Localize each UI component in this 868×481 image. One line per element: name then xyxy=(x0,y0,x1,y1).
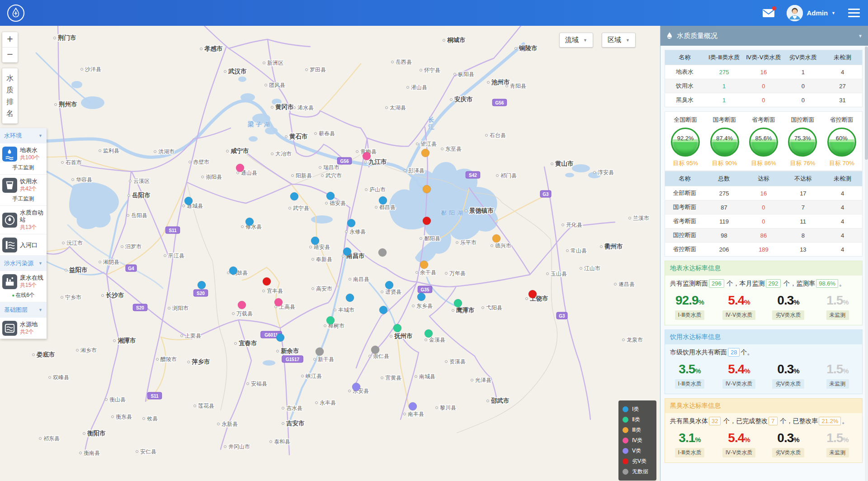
scrollbar-thumb[interactable] xyxy=(865,47,868,160)
station-dot[interactable] xyxy=(245,218,254,226)
station-dot[interactable] xyxy=(421,149,429,157)
city-marker xyxy=(349,278,351,281)
station-dot[interactable] xyxy=(238,301,246,309)
city-label: 长沙市 xyxy=(105,292,124,299)
station-dot[interactable] xyxy=(423,185,431,193)
city-marker xyxy=(237,172,239,174)
station-dot[interactable] xyxy=(198,281,206,289)
map-canvas[interactable]: 荆门市沙洋县荆州市监利县洪湖市石首市华容县云溪区岳阳市岳阳县汨罗市平江县湘阴县沅… xyxy=(0,26,660,481)
table-cell: 地表水 xyxy=(665,65,704,79)
city-label: 湘阴县 xyxy=(103,259,119,265)
city-marker xyxy=(113,340,116,342)
user-menu[interactable]: Admin ▼ xyxy=(787,5,835,21)
table-cell: 全部断面 xyxy=(665,186,704,200)
chevron-down-icon: ▼ xyxy=(831,11,835,15)
city-marker xyxy=(580,267,582,270)
city-marker xyxy=(314,358,316,361)
table-cell: 国控断面 xyxy=(665,229,704,243)
city-label: 阳新县 xyxy=(296,172,312,179)
city-marker xyxy=(49,376,51,379)
city-label: 铜陵市 xyxy=(519,45,538,52)
rate-stat-label: 劣Ⅴ类水质 xyxy=(772,310,804,320)
region-filter-dropdown[interactable]: 区域 ▼ xyxy=(602,33,636,48)
city-marker xyxy=(302,375,304,377)
city-label: 南丰县 xyxy=(408,411,424,417)
station-dot[interactable] xyxy=(326,192,335,200)
layer-item[interactable]: 废水在线共15个●在线6个 xyxy=(0,271,47,302)
app-logo-icon[interactable] xyxy=(7,5,24,22)
station-dot[interactable] xyxy=(420,261,428,269)
city-label: 沙洋县 xyxy=(85,66,101,72)
city-marker xyxy=(594,171,596,174)
station-dot[interactable] xyxy=(316,348,324,356)
station-dot[interactable] xyxy=(379,306,387,314)
layer-section-header[interactable]: 基础图层▼ xyxy=(0,302,47,318)
station-dot[interactable] xyxy=(528,290,537,298)
station-dot[interactable] xyxy=(371,346,379,354)
station-dot[interactable] xyxy=(492,234,500,243)
station-dot[interactable] xyxy=(454,299,462,307)
station-dot[interactable] xyxy=(343,248,351,256)
city-label: 东至县 xyxy=(445,146,462,152)
station-dot[interactable] xyxy=(423,217,431,225)
zoom-in-button[interactable]: + xyxy=(2,32,18,48)
city-label: 邵武市 xyxy=(491,397,509,404)
station-dot[interactable] xyxy=(326,316,335,324)
station-dot[interactable] xyxy=(409,402,417,410)
scrollbar[interactable] xyxy=(865,46,868,481)
layer-panel: 水环境▼地表水共100个手工监测饮用水共42个手工监测水质自动站共13个入河口涉… xyxy=(0,128,47,339)
station-dot[interactable] xyxy=(385,281,393,289)
collapse-icon[interactable]: ▼ xyxy=(858,33,863,38)
station-dot[interactable] xyxy=(379,196,387,205)
station-dot[interactable] xyxy=(263,277,271,286)
station-dot[interactable] xyxy=(290,192,298,200)
table-row: 饮用水10027 xyxy=(665,79,863,93)
layer-item[interactable]: 地表水共100个手工监测 xyxy=(0,143,47,175)
rate-section-desc: 市级饮用水共有断面28个。 xyxy=(665,344,862,360)
station-dot[interactable] xyxy=(378,248,387,257)
city-marker xyxy=(491,245,493,247)
column-header: 总数 xyxy=(704,171,744,186)
station-dot[interactable] xyxy=(352,383,360,391)
city-label: 井冈山市 xyxy=(228,443,250,450)
legend-label: Ⅱ类 xyxy=(632,416,640,424)
layer-item[interactable]: 水质自动站共13个 xyxy=(0,206,47,234)
city-marker xyxy=(55,104,57,106)
table-row: 省考断面1190114 xyxy=(665,214,863,229)
city-label: 浏阳市 xyxy=(172,305,189,311)
layer-item[interactable]: 饮用水共42个手工监测 xyxy=(0,175,47,206)
city-marker xyxy=(436,407,438,409)
zoom-out-button[interactable]: − xyxy=(2,48,18,62)
mail-icon[interactable] xyxy=(762,8,775,18)
water-quality-ranking-button[interactable]: 水质排名 xyxy=(2,68,18,124)
station-dot[interactable] xyxy=(417,293,425,301)
city-marker xyxy=(482,307,484,309)
city-marker xyxy=(128,195,130,197)
road-shield-label: G3 xyxy=(559,314,565,319)
station-dot[interactable] xyxy=(363,152,371,160)
surface-water-icon xyxy=(2,147,17,162)
station-dot[interactable] xyxy=(393,324,401,332)
station-dot[interactable] xyxy=(274,298,283,306)
chevron-down-icon: ▼ xyxy=(583,38,587,43)
city-marker xyxy=(226,150,229,152)
station-dot[interactable] xyxy=(184,197,193,205)
city-marker xyxy=(390,335,392,338)
station-dot[interactable] xyxy=(276,333,284,342)
menu-icon[interactable] xyxy=(847,7,861,19)
layer-item[interactable]: 入河口 xyxy=(0,234,47,256)
station-dot[interactable] xyxy=(425,329,433,338)
station-dot[interactable] xyxy=(236,164,244,172)
basin-filter-dropdown[interactable]: 流域 ▼ xyxy=(559,33,593,48)
layer-section-header[interactable]: 水环境▼ xyxy=(0,128,47,143)
station-dot[interactable] xyxy=(347,219,355,227)
city-marker xyxy=(420,69,422,71)
layer-item[interactable]: 水源地共2个 xyxy=(0,318,47,339)
layer-section-header[interactable]: 涉水污染源▼ xyxy=(0,256,47,271)
station-dot[interactable] xyxy=(311,237,319,245)
gauge-circle: 75.3% xyxy=(788,128,817,157)
station-dot[interactable] xyxy=(346,294,354,302)
layer-item-text: 饮用水共42个 xyxy=(20,178,38,193)
station-dot[interactable] xyxy=(229,267,237,275)
highlighted-number: 28 xyxy=(728,348,740,357)
